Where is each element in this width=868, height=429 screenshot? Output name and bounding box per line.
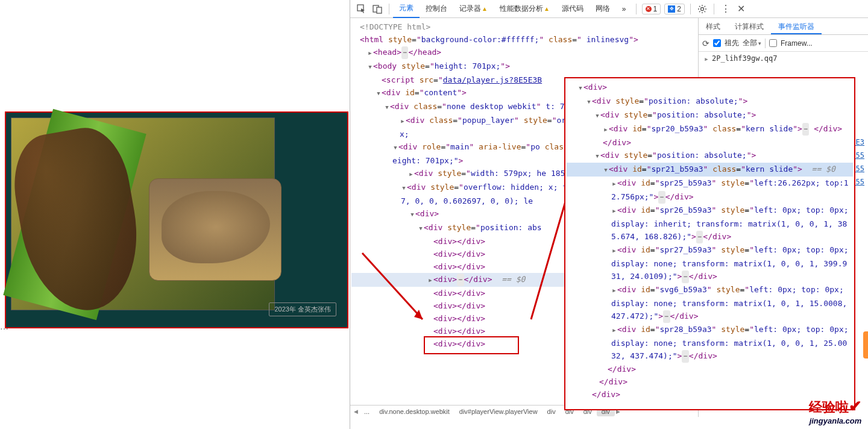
tab-styles[interactable]: 样式	[699, 18, 728, 34]
breadcrumb-left-icon[interactable]: ◀	[353, 409, 359, 415]
slide-stamp: 2023年 金英杰张伟	[269, 302, 336, 316]
devtools-toolbar: 元素 控制台 记录器▲ 性能数据分析▲ 源代码 网络 » ✕1 ✥2 ⋮ ✕	[350, 0, 868, 18]
ov-div-1[interactable]: <div>	[567, 81, 853, 95]
tabs-more[interactable]: »	[616, 1, 632, 17]
cicada-image-2	[149, 178, 281, 281]
watermark: 经验啦✔ jingyanla.com	[809, 397, 862, 425]
messages-badge[interactable]: ✥2	[664, 4, 685, 14]
devtools-pane: 元素 控制台 记录器▲ 性能数据分析▲ 源代码 网络 » ✕1 ✥2 ⋮ ✕ <…	[350, 0, 868, 429]
ov-spr20[interactable]: <div id="spr20_b59a3" class="kern slide"…	[567, 122, 853, 136]
ancestors-label: 祖先	[725, 38, 739, 48]
preview-highlight: 2023年 金英杰张伟	[5, 111, 348, 328]
page-preview-area: 2023年 金英杰张伟 ⋯	[0, 0, 350, 429]
slide-content	[11, 117, 275, 310]
ov-spr26[interactable]: <div id="spr26_b59a3" style="left: 0px; …	[567, 204, 853, 243]
breadcrumb-item[interactable]: div.none.desktop.webkit	[374, 407, 454, 416]
head-line[interactable]: <head>⋯</head>	[351, 46, 698, 60]
settings-gear-icon[interactable]	[697, 4, 708, 14]
tab-console[interactable]: 控制台	[420, 0, 453, 17]
dock-menu-icon[interactable]: ⋮	[720, 4, 731, 14]
breadcrumb-item[interactable]: div	[542, 407, 561, 416]
tab-event-listeners[interactable]: 事件监听器	[771, 18, 822, 34]
scrollbar-indicator[interactable]	[863, 331, 868, 359]
ov-pos-abs-2[interactable]: <div style="position: absolute;">	[567, 108, 853, 122]
device-toolbar-icon[interactable]	[372, 4, 383, 14]
html-open[interactable]: <html style="background-color:#ffffff;" …	[351, 33, 698, 46]
svg-rect-2	[377, 7, 382, 13]
ov-svg6[interactable]: <div id="svg6_b59a3" style="left: 0px; t…	[567, 283, 853, 323]
tab-sources[interactable]: 源代码	[556, 0, 590, 17]
overflow-indicator-icon[interactable]: ⋯	[0, 324, 10, 334]
ov-spr27[interactable]: <div id="spr27_b59a3" style="left: 0px; …	[567, 243, 853, 283]
overlay-dom-tree[interactable]: <div> <div style="position: absolute;"> …	[565, 78, 854, 403]
ov-spr28[interactable]: <div id="spr28_b59a3" style="left: 0px; …	[567, 323, 853, 363]
expanded-dom-overlay: <div> <div style="position: absolute;"> …	[564, 77, 855, 410]
annotation-arrow-1	[356, 247, 435, 331]
refresh-icon[interactable]: ⟳	[702, 39, 709, 48]
listeners-subtoolbar: ⟳ 祖先 全部 Framew...	[699, 35, 868, 52]
all-dropdown[interactable]: 全部	[743, 38, 761, 48]
ov-spr25[interactable]: <div id="spr25_b59a3" style="left:26.262…	[567, 177, 853, 204]
breadcrumb-item[interactable]: div#playerView.playerView	[454, 407, 542, 416]
body-open[interactable]: <body style="height: 701px;">	[351, 60, 698, 74]
ov-pos-abs-3[interactable]: <div style="position: absolute;">	[567, 149, 853, 163]
ov-close-2[interactable]: </div>	[567, 363, 853, 375]
ov-close-1[interactable]: </div>	[567, 136, 853, 149]
inspect-element-icon[interactable]	[356, 4, 367, 14]
ov-spr21-selected[interactable]: <div id="spr21_b59a3" class="kern slide"…	[567, 163, 853, 177]
ov-close-3[interactable]: </div>	[567, 375, 853, 388]
listener-item[interactable]: ▶2P_lihf39gw.qq7	[699, 52, 868, 65]
ov-pos-abs-1[interactable]: <div style="position: absolute;">	[567, 95, 853, 108]
breadcrumb-item[interactable]: ...	[359, 407, 374, 416]
tab-performance[interactable]: 性能数据分析▲	[494, 0, 556, 17]
ancestors-checkbox[interactable]	[713, 39, 721, 47]
styles-tabs: 样式 计算样式 事件监听器	[699, 18, 868, 35]
tab-recorder[interactable]: 记录器▲	[453, 0, 494, 17]
svg-point-3	[700, 7, 703, 10]
framework-label: Framew...	[781, 39, 813, 48]
framework-checkbox[interactable]	[769, 39, 777, 47]
tab-computed[interactable]: 计算样式	[728, 18, 771, 34]
doctype-line[interactable]: <!DOCTYPE html>	[351, 20, 698, 33]
errors-badge[interactable]: ✕1	[642, 4, 661, 14]
tab-network[interactable]: 网络	[590, 0, 616, 17]
tab-elements[interactable]: 元素	[393, 0, 420, 18]
close-devtools-icon[interactable]: ✕	[736, 4, 747, 14]
